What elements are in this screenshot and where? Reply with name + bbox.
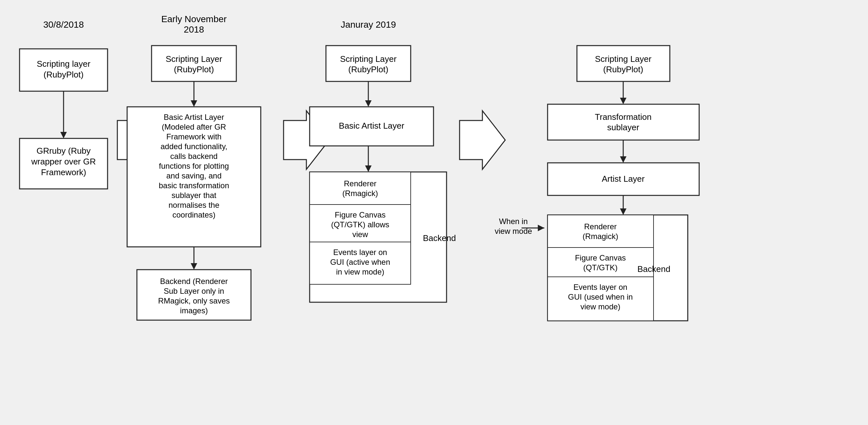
svg-marker-17 [191, 100, 197, 107]
svg-marker-4 [60, 132, 67, 138]
svg-text:Backend: Backend [637, 264, 670, 274]
svg-rect-62 [577, 45, 670, 81]
svg-rect-87 [548, 277, 653, 321]
svg-text:Events layer on: Events layer on [574, 283, 627, 292]
svg-marker-77 [538, 225, 544, 231]
svg-rect-49 [310, 172, 411, 204]
svg-rect-13 [152, 45, 236, 81]
svg-text:GUI (used when in: GUI (used when in [568, 292, 633, 301]
svg-rect-84 [548, 248, 653, 277]
svg-text:30/8/2018: 30/8/2018 [43, 20, 84, 30]
svg-marker-10 [117, 111, 163, 169]
svg-text:Sub Layer only in: Sub Layer only in [164, 287, 224, 295]
svg-text:view mode): view mode) [581, 302, 621, 311]
svg-text:view: view [352, 230, 368, 239]
svg-text:in view mode): in view mode) [336, 267, 384, 276]
svg-text:Scripting layer: Scripting layer [37, 59, 91, 69]
svg-text:Scripting Layer: Scripting Layer [340, 54, 397, 64]
svg-text:GRruby  (Ruby: GRruby (Ruby [36, 146, 91, 156]
svg-text:wrapper over GR: wrapper over GR [31, 157, 96, 166]
svg-rect-39 [326, 45, 411, 81]
svg-text:Events layer on: Events layer on [333, 248, 387, 257]
svg-text:basic transformation: basic transformation [159, 181, 229, 190]
svg-rect-0 [20, 49, 107, 91]
svg-rect-44 [310, 107, 434, 146]
svg-text:Figure Canvas: Figure Canvas [335, 210, 385, 219]
svg-text:Backend: Backend [423, 233, 456, 243]
svg-text:and saving, and: and saving, and [166, 171, 221, 180]
svg-text:Figure Canvas: Figure Canvas [575, 253, 626, 262]
svg-marker-71 [620, 156, 626, 163]
svg-text:When in: When in [499, 217, 528, 226]
svg-rect-18 [127, 107, 261, 247]
svg-text:(Rmagick): (Rmagick) [342, 189, 378, 198]
svg-text:view mode: view mode [495, 227, 532, 235]
svg-text:(RubyPlot): (RubyPlot) [44, 70, 84, 79]
svg-text:Scripting Layer: Scripting Layer [165, 54, 222, 64]
svg-rect-67 [548, 104, 699, 140]
svg-text:(Modeled after GR: (Modeled after GR [162, 123, 226, 131]
svg-text:sublayer: sublayer [607, 123, 640, 132]
svg-marker-31 [191, 263, 197, 270]
svg-text:(RubyPlot): (RubyPlot) [348, 64, 389, 74]
diagram-container: Scripting layer (RubyPlot) GRruby (Ruby … [0, 0, 868, 425]
svg-marker-47 [365, 165, 372, 172]
svg-text:Scripting Layer: Scripting Layer [595, 54, 652, 64]
svg-text:Backend (Renderer: Backend (Renderer [160, 277, 228, 286]
svg-rect-81 [548, 215, 653, 248]
svg-text:(QT/GTK): (QT/GTK) [583, 263, 617, 272]
svg-rect-56 [310, 242, 411, 284]
svg-marker-75 [620, 208, 626, 215]
svg-rect-52 [310, 204, 411, 242]
svg-text:RMagick, only saves: RMagick, only saves [158, 296, 230, 305]
svg-text:Early November: Early November [161, 14, 227, 24]
svg-rect-48 [310, 172, 446, 302]
svg-marker-37 [284, 111, 329, 169]
svg-text:Renderer: Renderer [584, 222, 617, 231]
svg-text:(RubyPlot): (RubyPlot) [603, 64, 644, 74]
svg-text:(QT/GTK) allows: (QT/GTK) allows [331, 220, 390, 229]
svg-text:Januray 2019: Januray 2019 [341, 20, 396, 30]
svg-text:normalises the: normalises the [168, 201, 219, 209]
svg-marker-43 [365, 100, 372, 107]
svg-rect-5 [20, 138, 107, 189]
svg-rect-32 [137, 270, 251, 320]
svg-text:sublayer that: sublayer that [172, 191, 216, 200]
svg-text:calls backend: calls backend [170, 152, 217, 161]
svg-text:Framework): Framework) [41, 167, 86, 177]
svg-marker-61 [460, 111, 505, 169]
svg-marker-66 [620, 98, 626, 104]
svg-rect-72 [548, 163, 699, 195]
svg-text:coordinates): coordinates) [173, 210, 215, 219]
svg-text:Basic Artist Layer: Basic Artist Layer [339, 121, 404, 131]
svg-text:Artist Layer: Artist Layer [602, 174, 645, 184]
svg-text:(RubyPlot): (RubyPlot) [174, 64, 214, 74]
svg-text:added functionality,: added functionality, [160, 142, 227, 151]
svg-text:Basic Artist Layer: Basic Artist Layer [164, 113, 224, 122]
svg-text:images): images) [180, 306, 208, 315]
svg-rect-80 [548, 215, 688, 321]
svg-text:functions for plotting: functions for plotting [159, 162, 229, 170]
svg-text:2018: 2018 [184, 25, 204, 35]
svg-text:Transformation: Transformation [595, 112, 652, 122]
svg-text:GUI (active when: GUI (active when [330, 258, 390, 266]
svg-text:(Rmagick): (Rmagick) [583, 232, 618, 241]
svg-text:Renderer: Renderer [344, 179, 376, 188]
svg-text:Framework with: Framework with [166, 132, 221, 141]
